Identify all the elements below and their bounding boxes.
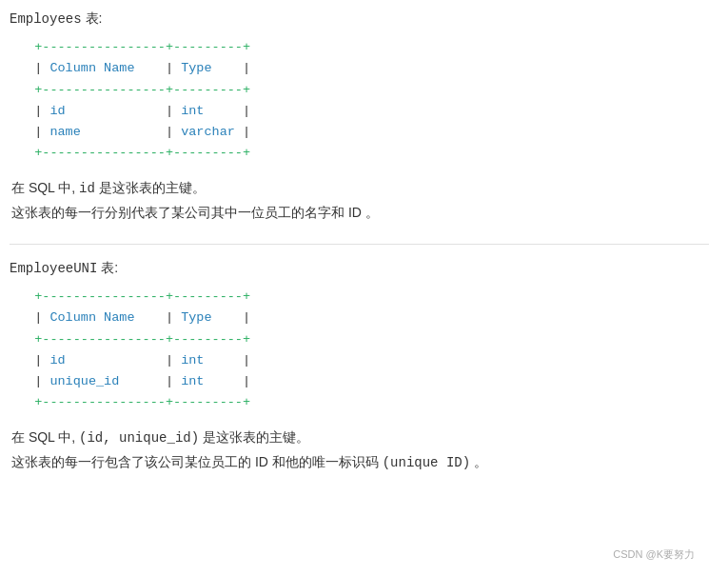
employees-title-name: Employees: [10, 11, 82, 27]
employees-title-suffix: 表:: [82, 10, 103, 26]
employeeuni-border-bottom: +----------------+---------+: [19, 395, 250, 409]
employeeuni-border-top: +----------------+---------+: [19, 289, 250, 304]
page-container: Employees 表: +----------------+---------…: [10, 10, 709, 571]
employees-title: Employees 表:: [10, 10, 709, 28]
employeeuni-desc-line1: 在 SQL 中, (id, unique_id) 是这张表的主键。: [11, 426, 709, 450]
employeeuni-table: +----------------+---------+ | Column Na…: [10, 287, 709, 414]
watermark: CSDN @K要努力: [613, 547, 695, 562]
employees-desc: 在 SQL 中, id 是这张表的主键。 这张表的每一行分别代表了某公司其中一位…: [10, 176, 709, 225]
employees-desc-line1: 在 SQL 中, id 是这张表的主键。: [11, 176, 709, 201]
employees-table: +----------------+---------+ | Column Na…: [10, 37, 709, 165]
employees-border-top: +----------------+---------+: [19, 40, 250, 54]
employeeuni-row-uniqueid: | unique_id | int |: [19, 374, 250, 388]
employees-border-bottom: +----------------+---------+: [19, 146, 250, 160]
employees-desc-line2: 这张表的每一行分别代表了某公司其中一位员工的名字和 ID 。: [11, 201, 709, 225]
section-divider: [10, 244, 709, 245]
employeeuni-section: EmployeeUNI 表: +----------------+-------…: [10, 259, 709, 475]
employees-row-name: | name | varchar |: [19, 125, 250, 139]
employees-section: Employees 表: +----------------+---------…: [10, 10, 709, 225]
employees-row-id: | id | int |: [19, 104, 250, 118]
employeeuni-desc: 在 SQL 中, (id, unique_id) 是这张表的主键。 这张表的每一…: [10, 426, 709, 475]
employeeuni-header-row: | Column Name | Type |: [19, 310, 250, 325]
employeeuni-desc-line2: 这张表的每一行包含了该公司某位员工的 ID 和他的唯一标识码 (unique I…: [11, 450, 709, 475]
employeeuni-title-suffix: 表:: [97, 260, 118, 275]
employees-border-mid: +----------------+---------+: [19, 83, 250, 97]
employeeuni-title-name: EmployeeUNI: [10, 261, 97, 276]
employeeuni-border-mid: +----------------+---------+: [19, 332, 250, 347]
employeeuni-row-id: | id | int |: [19, 353, 250, 367]
employeeuni-title: EmployeeUNI 表:: [10, 259, 709, 277]
employees-header-row: | Column Name | Type |: [19, 61, 250, 75]
